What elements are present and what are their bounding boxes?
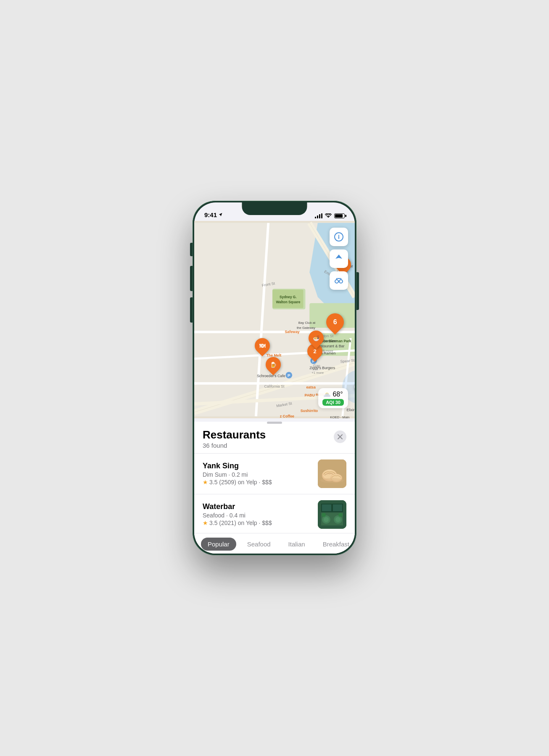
svg-point-60 <box>335 280 338 283</box>
svg-text:Walton Square: Walton Square <box>276 300 300 304</box>
wifi-icon <box>325 213 332 218</box>
sheet-title: Restaurants <box>203 429 266 441</box>
location-arrow-icon <box>219 213 223 217</box>
restaurant-list: Yank Sing Dim Sum · 0.2 mi ★ 3.5 (2509) … <box>194 454 355 533</box>
svg-text:eatsa: eatsa <box>306 385 316 389</box>
restaurant-info-yankSing: Yank Sing Dim Sum · 0.2 mi ★ 3.5 (2509) … <box>203 462 312 486</box>
status-time: 9:41 <box>204 211 223 218</box>
rating-value-yankSing: 3.5 (2509) on Yelp · $$$ <box>209 479 272 486</box>
svg-text:Schroeder's Cafe: Schroeder's Cafe <box>257 374 285 378</box>
sheet-title-group: Restaurants 36 found <box>203 429 266 449</box>
star-icon-waterbar: ★ <box>203 520 208 526</box>
restaurant-info-waterbar: Waterbar Seafood · 0.4 mi ★ 3.5 (2021) o… <box>203 502 312 526</box>
svg-text:Gap: Gap <box>313 364 320 368</box>
volume-down-button <box>190 297 193 323</box>
svg-point-73 <box>324 517 329 522</box>
silent-switch <box>190 243 193 256</box>
sheet-header: Restaurants 36 found <box>194 424 355 454</box>
restaurant-name-waterbar: Waterbar <box>203 502 312 511</box>
restaurant-item-yankSing[interactable]: Yank Sing Dim Sum · 0.2 mi ★ 3.5 (2509) … <box>194 454 355 494</box>
status-icons <box>315 213 345 218</box>
sheet-subtitle: 36 found <box>203 442 266 449</box>
filter-tab-popular[interactable]: Popular <box>201 538 236 551</box>
svg-text:California St: California St <box>264 384 285 388</box>
svg-text:+5 more: +5 more <box>321 349 333 353</box>
restaurant-img-yankSing <box>318 459 346 488</box>
svg-point-68 <box>320 478 344 483</box>
phone-frame: 9:41 <box>193 201 356 555</box>
restaurant-meta-yankSing: Dim Sum · 0.2 mi <box>203 471 312 478</box>
map-pin-kirimachi[interactable]: 🍜 <box>309 331 324 346</box>
restaurant-item-waterbar[interactable]: Waterbar Seafood · 0.4 mi ★ 3.5 (2021) o… <box>194 494 355 533</box>
filter-tab-italian[interactable]: Italian <box>282 538 312 551</box>
map-pin-schroeders[interactable]: 🍺 <box>266 357 281 372</box>
restaurant-rating-waterbar: ★ 3.5 (2021) on Yelp · $$$ <box>203 520 312 526</box>
user-location <box>354 382 355 391</box>
bottom-sheet: Restaurants 36 found Yank Sing Dim Sum ·… <box>194 422 355 554</box>
restaurant-rating-yankSing: ★ 3.5 (2509) on Yelp · $$$ <box>203 479 312 486</box>
restaurant-img-waterbar <box>318 500 346 529</box>
restaurant-meta-waterbar: Seafood · 0.4 mi <box>203 512 312 519</box>
rating-value-waterbar: 3.5 (2021) on Yelp · $$$ <box>209 520 272 526</box>
svg-text:P: P <box>288 373 290 378</box>
notch <box>242 202 307 215</box>
svg-text:Safeway: Safeway <box>285 330 299 334</box>
map-pin-harborview[interactable]: 6 <box>326 313 344 331</box>
map-controls <box>330 228 348 290</box>
svg-text:Bay Club at: Bay Club at <box>298 321 316 325</box>
location-button[interactable] <box>330 249 348 268</box>
map-area[interactable]: P P P Sydney G. Walton Square Sue Bierma… <box>194 221 355 418</box>
filter-tab-breakfast[interactable]: Breakfast & Brun <box>316 538 355 551</box>
aqi-badge: AQI 30 <box>322 399 344 406</box>
svg-point-79 <box>338 513 343 517</box>
binoculars-button[interactable] <box>330 271 348 290</box>
power-button <box>356 272 359 310</box>
close-button[interactable] <box>334 430 346 443</box>
svg-rect-77 <box>333 504 342 511</box>
svg-text:+1 more: +1 more <box>311 371 324 375</box>
map-pin-melt[interactable]: 🍽 <box>255 338 270 353</box>
svg-text:z Coffee: z Coffee <box>280 414 294 418</box>
time-display: 9:41 <box>204 211 217 218</box>
svg-text:KQED - Main: KQED - Main <box>330 415 349 418</box>
volume-up-button <box>190 266 193 291</box>
star-icon: ★ <box>203 479 208 486</box>
svg-text:Elixiria: Elixiria <box>346 408 355 412</box>
filter-tabs: Popular Seafood Italian Breakfast & Brun <box>194 533 355 554</box>
signal-icon <box>315 213 322 218</box>
svg-text:Sushirrito: Sushirrito <box>301 409 318 413</box>
svg-text:the Gateway: the Gateway <box>297 326 315 330</box>
svg-point-78 <box>322 513 326 517</box>
svg-text:Sydney G.: Sydney G. <box>280 295 297 299</box>
temperature-value: 68° <box>333 391 343 398</box>
battery-icon <box>334 213 345 218</box>
svg-point-74 <box>335 517 340 522</box>
filter-tab-seafood[interactable]: Seafood <box>240 538 277 551</box>
weather-temp: 68° <box>323 391 343 398</box>
phone-screen: 9:41 <box>194 202 355 554</box>
restaurant-name-yankSing: Yank Sing <box>203 462 312 470</box>
weather-widget[interactable]: 68° AQI 30 <box>318 388 348 408</box>
svg-rect-76 <box>322 504 331 511</box>
svg-point-61 <box>339 280 343 283</box>
svg-text:PABU: PABU <box>305 393 315 397</box>
weather-icon <box>323 391 331 398</box>
info-button[interactable] <box>330 228 348 246</box>
